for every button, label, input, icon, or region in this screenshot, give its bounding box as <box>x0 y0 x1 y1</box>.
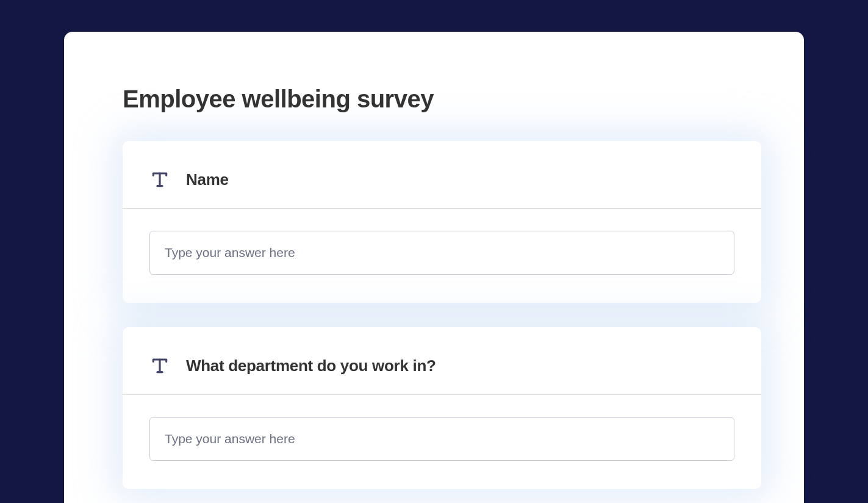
question-card: What department do you work in? <box>123 327 761 489</box>
question-body <box>123 395 761 489</box>
question-header: What department do you work in? <box>123 327 761 395</box>
question-header: Name <box>123 141 761 209</box>
form-title: Employee wellbeing survey <box>123 85 761 113</box>
question-body <box>123 209 761 303</box>
form-container: Employee wellbeing survey Name <box>64 32 804 503</box>
answer-input-department[interactable] <box>149 417 734 461</box>
question-label: Name <box>186 170 229 189</box>
text-type-icon <box>149 169 170 190</box>
question-card: Name <box>123 141 761 303</box>
answer-input-name[interactable] <box>149 231 734 275</box>
text-type-icon <box>149 355 170 376</box>
question-label: What department do you work in? <box>186 356 436 375</box>
